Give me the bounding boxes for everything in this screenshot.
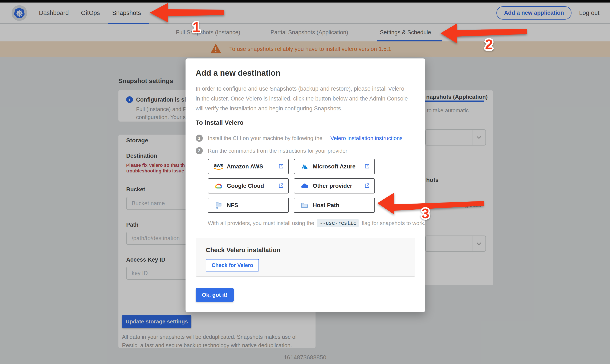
- provider-label: Host Path: [313, 202, 339, 208]
- modal-title: Add a new destination: [196, 68, 415, 78]
- check-for-velero-button[interactable]: Check for Velero: [206, 259, 259, 272]
- external-link-icon: [364, 183, 370, 189]
- google-cloud-logo: [213, 183, 224, 189]
- step-1-badge: 1: [196, 135, 203, 142]
- provider-amazon-aws[interactable]: aws Amazon AWS: [208, 159, 289, 174]
- restic-flag-chip: --use-restic: [317, 219, 359, 227]
- restic-note: With all providers, you must install usi…: [208, 219, 415, 227]
- install-velero-heading: To install Velero: [196, 119, 415, 126]
- add-destination-modal: Add a new destination In order to config…: [185, 58, 425, 312]
- provider-label: Other provider: [313, 183, 352, 189]
- step-2-badge: 2: [196, 147, 203, 154]
- provider-google-cloud[interactable]: Google Cloud: [208, 178, 289, 194]
- folder-icon: [299, 202, 310, 208]
- azure-logo: [299, 163, 310, 170]
- provider-label: Microsoft Azure: [313, 163, 355, 170]
- install-step-1: 1 Install the CLI on your machine by fol…: [196, 135, 415, 142]
- provider-label: NFS: [227, 202, 238, 208]
- screen: Dashboard GitOps Snapshots Add a new app…: [0, 0, 610, 364]
- cloud-icon: [299, 183, 310, 189]
- external-link-icon: [364, 163, 370, 170]
- provider-label: Google Cloud: [227, 183, 264, 189]
- restic-post-text: flag for snapshots to work.: [362, 220, 425, 226]
- restic-pre-text: With all providers, you must install usi…: [208, 220, 314, 226]
- provider-label: Amazon AWS: [227, 163, 263, 170]
- velero-instructions-link[interactable]: Velero installation instructions: [330, 135, 402, 142]
- external-link-icon: [278, 183, 284, 189]
- provider-grid: aws Amazon AWS: [208, 159, 415, 213]
- check-velero-heading: Check Velero installation: [206, 247, 405, 254]
- ok-got-it-button[interactable]: Ok, got it!: [196, 288, 234, 302]
- check-velero-panel: Check Velero installation Check for Vele…: [196, 238, 415, 277]
- modal-description: In order to configure and use Snapshots …: [196, 84, 410, 114]
- install-step-2: 2 Run the commands from the instructions…: [196, 147, 415, 154]
- nfs-icon: [213, 202, 224, 209]
- step-1-text: Install the CLI on your machine by follo…: [208, 135, 323, 142]
- step-2-text: Run the commands from the instructions f…: [208, 148, 347, 154]
- aws-logo: aws: [213, 163, 224, 170]
- provider-microsoft-azure[interactable]: Microsoft Azure: [294, 159, 375, 174]
- provider-host-path[interactable]: Host Path: [294, 198, 375, 213]
- external-link-icon: [278, 163, 284, 170]
- provider-nfs[interactable]: NFS: [208, 198, 289, 213]
- provider-other[interactable]: Other provider: [294, 178, 375, 194]
